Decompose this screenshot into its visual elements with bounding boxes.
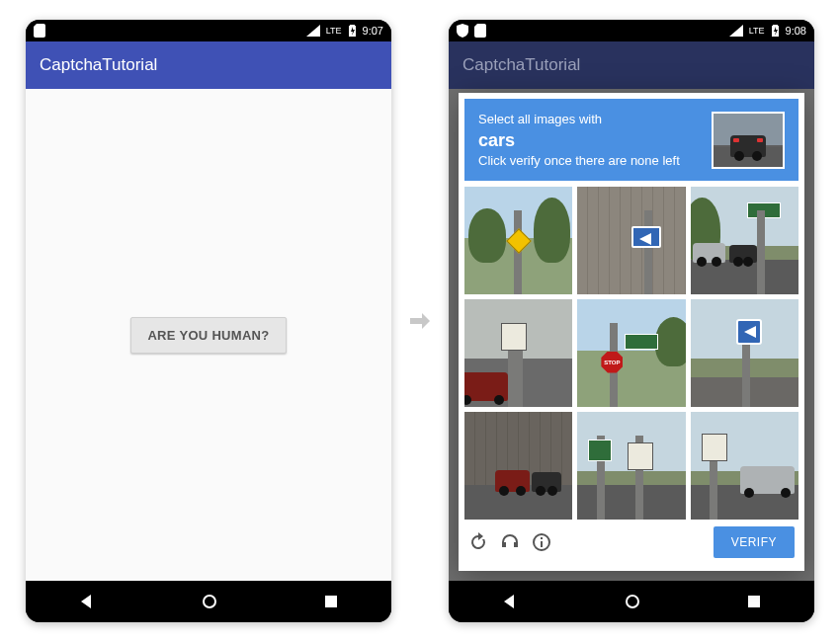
svg-rect-4 <box>541 537 543 539</box>
verify-button[interactable]: VERIFY <box>714 526 795 558</box>
home-icon[interactable] <box>200 592 219 611</box>
captcha-tile[interactable] <box>691 412 798 520</box>
headphones-icon[interactable] <box>500 532 520 552</box>
captcha-tile[interactable] <box>464 299 572 407</box>
captcha-dialog: Select all images with cars Click verify… <box>459 93 804 571</box>
captcha-grid: STOP <box>464 187 798 520</box>
nav-bar <box>449 581 814 622</box>
info-icon[interactable] <box>532 532 551 552</box>
svg-rect-3 <box>541 541 543 547</box>
transition-arrow-icon <box>405 307 435 335</box>
status-bar: LTE 9:08 <box>449 20 814 41</box>
home-icon[interactable] <box>623 592 642 611</box>
captcha-sample-image <box>712 112 785 169</box>
back-icon[interactable] <box>77 592 97 611</box>
captcha-tile[interactable]: STOP <box>577 299 685 407</box>
sd-card-icon <box>474 24 486 38</box>
captcha-tile[interactable] <box>577 412 685 520</box>
are-you-human-button[interactable]: ARE YOU HUMAN? <box>130 317 286 354</box>
signal-icon <box>306 25 320 37</box>
dimmed-screen: Select all images with cars Click verify… <box>449 89 814 581</box>
svg-rect-1 <box>325 596 337 607</box>
clock-label: 9:07 <box>363 25 383 37</box>
reload-icon[interactable] <box>468 532 488 552</box>
svg-rect-6 <box>748 596 760 607</box>
back-icon[interactable] <box>500 592 520 611</box>
battery-charging-icon <box>771 24 780 38</box>
app-title: CaptchaTutorial <box>462 55 580 75</box>
captcha-tile[interactable] <box>464 412 572 520</box>
captcha-tile[interactable] <box>577 187 685 294</box>
nav-bar <box>26 581 391 622</box>
signal-icon <box>729 25 743 37</box>
sd-card-icon <box>34 24 45 38</box>
svg-point-0 <box>204 596 215 607</box>
captcha-header: Select all images with cars Click verify… <box>464 99 798 181</box>
status-bar: LTE 9:07 <box>26 20 391 41</box>
captcha-instruction-post: Click verify once there are none left <box>478 153 680 168</box>
main-screen: ARE YOU HUMAN? <box>26 89 391 581</box>
captcha-instruction-pre: Select all images with <box>478 112 602 126</box>
captcha-target: cars <box>478 128 702 152</box>
clock-label: 9:08 <box>786 25 806 37</box>
app-bar: CaptchaTutorial <box>449 41 814 89</box>
shield-icon <box>457 24 468 38</box>
captcha-footer: VERIFY <box>464 520 798 565</box>
recents-icon[interactable] <box>745 593 763 610</box>
svg-point-5 <box>627 596 638 607</box>
app-title: CaptchaTutorial <box>40 55 157 75</box>
phone-right: LTE 9:08 CaptchaTutorial Select all imag… <box>449 20 814 622</box>
lte-label: LTE <box>326 26 342 36</box>
recents-icon[interactable] <box>322 593 340 610</box>
captcha-tile[interactable] <box>691 187 798 294</box>
captcha-tile[interactable] <box>464 187 572 294</box>
phone-left: LTE 9:07 CaptchaTutorial ARE YOU HUMAN? <box>26 20 391 622</box>
captcha-tile[interactable] <box>691 299 798 407</box>
battery-charging-icon <box>348 24 357 38</box>
app-bar: CaptchaTutorial <box>26 41 391 89</box>
lte-label: LTE <box>749 26 765 36</box>
